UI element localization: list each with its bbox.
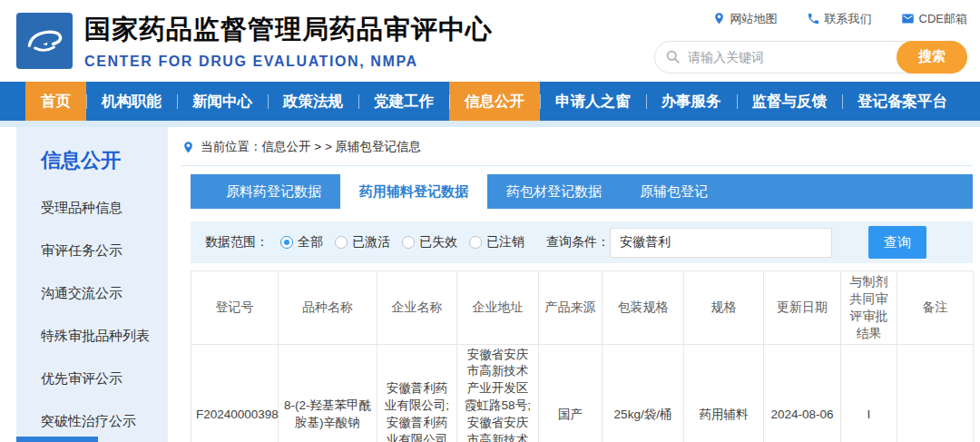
radio-icon[interactable] xyxy=(402,236,415,249)
tab-raw-aux-pack[interactable]: 原辅包登记 xyxy=(621,174,727,209)
sitemap-link-label: 网站地图 xyxy=(730,11,778,27)
cell-company-name: 安徽普利药业有限公司;安徽普利药业有限公司 xyxy=(377,344,457,442)
nav-item-services[interactable]: 办事服务 xyxy=(646,82,737,121)
radio-cancelled-label: 已注销 xyxy=(486,234,524,250)
tab-packaging-registration[interactable]: 药包材登记数据 xyxy=(487,174,621,209)
nav-item-home[interactable]: 首页 xyxy=(25,82,86,121)
nav-item-applicant-window[interactable]: 申请人之窗 xyxy=(540,82,646,121)
col-header-update-date: 更新日期 xyxy=(764,271,841,345)
contact-link-label: 联系我们 xyxy=(825,11,872,27)
site-subtitle: CENTER FOR DRUG EVALUATION, NMPA xyxy=(84,54,493,70)
header-search-button[interactable]: 搜索 xyxy=(897,41,967,74)
title-block: 国家药品监督管理局药品审评中心 CENTER FOR DRUG EVALUATI… xyxy=(84,12,493,70)
location-pin-icon xyxy=(181,141,195,154)
header-search: 搜索 xyxy=(654,41,967,74)
col-header-remark: 备注 xyxy=(897,271,974,345)
cell-package-spec: 25kg/袋/桶 xyxy=(603,344,684,442)
sidebar-item-special-approval[interactable]: 特殊审批品种列表 xyxy=(41,328,168,345)
col-header-origin: 产品来源 xyxy=(539,271,603,345)
contact-link[interactable]: 联系我们 xyxy=(807,11,872,27)
query-condition-input[interactable] xyxy=(610,228,832,258)
site-title: 国家药品监督管理局药品审评中心 xyxy=(84,12,493,48)
radio-selected-icon[interactable] xyxy=(280,236,293,249)
tab-api-registration[interactable]: 原料药登记数据 xyxy=(207,174,340,209)
nav-item-party[interactable]: 党建工作 xyxy=(358,82,449,121)
radio-option-activated[interactable]: 已激活 xyxy=(335,234,390,250)
sidebar-item-breakthrough-therapy[interactable]: 突破性治疗公示 xyxy=(41,413,168,430)
nav-item-policy[interactable]: 政策法规 xyxy=(268,82,358,121)
radio-all-label: 全部 xyxy=(298,234,323,250)
main-nav: 首页 机构职能 新闻中心 政策法规 党建工作 信息公开 申请人之窗 办事服务 监… xyxy=(0,82,980,121)
nav-item-news[interactable]: 新闻中心 xyxy=(177,82,268,121)
query-button[interactable]: 查询 xyxy=(868,226,926,259)
cell-update-date: 2024-08-06 xyxy=(764,344,841,442)
col-header-company-address: 企业地址 xyxy=(457,271,539,345)
sidebar-item-priority-review[interactable]: 优先审评公示 xyxy=(41,370,168,388)
cell-spec: 药用辅料 xyxy=(684,344,764,442)
cell-product-name: 8-(2-羟基苯甲酰胺基)辛酸钠 xyxy=(279,344,377,442)
filter-bar: 数据范围： 全部 已激活 已失效 已注销 查询条件： 查询 xyxy=(191,221,973,263)
col-header-company-name: 企业名称 xyxy=(377,271,457,345)
radio-icon[interactable] xyxy=(469,236,482,249)
cde-mail-link-label: CDE邮箱 xyxy=(919,11,967,27)
tab-excipient-registration[interactable]: 药用辅料登记数据 xyxy=(340,174,487,209)
nav-bottom-strip xyxy=(0,121,980,127)
sitemap-link[interactable]: 网站地图 xyxy=(712,11,778,27)
col-header-package-spec: 包装规格 xyxy=(603,271,684,345)
phone-icon xyxy=(807,12,820,25)
cell-origin: 国产 xyxy=(539,344,603,442)
cde-mail-link[interactable]: CDE邮箱 xyxy=(901,11,967,27)
nav-item-registration-platform[interactable]: 登记备案平台 xyxy=(842,82,963,121)
cell-company-address: 安徽省安庆市高新技术产业开发区霞虹路58号;安徽省安庆市高新技术产业开发区霞虹路… xyxy=(457,344,539,442)
radio-icon[interactable] xyxy=(335,236,348,249)
map-pin-icon xyxy=(712,12,726,25)
sidebar-item-review-tasks[interactable]: 审评任务公示 xyxy=(41,242,168,260)
col-header-product-name: 品种名称 xyxy=(279,271,377,345)
radio-expired-label: 已失效 xyxy=(419,234,457,250)
table-header-row: 登记号 品种名称 企业名称 企业地址 产品来源 包装规格 规格 更新日期 与制剂… xyxy=(191,271,974,345)
site-header: 国家药品监督管理局药品审评中心 CENTER FOR DRUG EVALUATI… xyxy=(0,0,980,82)
nav-item-functions[interactable]: 机构职能 xyxy=(86,82,177,121)
sidebar-scroll-indicator xyxy=(16,437,98,442)
col-header-spec: 规格 xyxy=(684,271,764,345)
cde-swoosh-icon xyxy=(19,15,70,66)
cell-remark xyxy=(897,344,974,442)
radio-option-expired[interactable]: 已失效 xyxy=(402,234,457,250)
sidebar-title: 信息公开 xyxy=(41,147,168,174)
registration-data-table: 登记号 品种名称 企业名称 企业地址 产品来源 包装规格 规格 更新日期 与制剂… xyxy=(191,270,974,442)
header-right: 网站地图 联系我们 CDE邮箱 搜索 xyxy=(654,9,967,74)
quick-links: 网站地图 联系我们 CDE邮箱 xyxy=(654,11,967,27)
tab-bar: 原料药登记数据 药用辅料登记数据 药包材登记数据 原辅包登记 xyxy=(191,174,973,209)
breadcrumb-divider xyxy=(181,165,973,166)
col-header-joint-review: 与制剂共同审评审批结果 xyxy=(841,271,897,345)
radio-option-cancelled[interactable]: 已注销 xyxy=(469,234,524,250)
cde-logo xyxy=(16,13,73,69)
cell-joint-review-result: I xyxy=(841,344,897,442)
breadcrumb: 当前位置：信息公开 > > 原辅包登记信息 xyxy=(181,127,973,155)
sidebar-item-accepted-products[interactable]: 受理品种信息 xyxy=(41,200,168,217)
query-condition-label: 查询条件： xyxy=(546,234,610,250)
envelope-icon xyxy=(901,12,915,25)
radio-activated-label: 已激活 xyxy=(352,234,390,250)
sidebar: 信息公开 受理品种信息 审评任务公示 沟通交流公示 特殊审批品种列表 优先审评公… xyxy=(16,127,168,442)
cell-reg-no: F20240000398 xyxy=(191,344,279,442)
radio-option-all[interactable]: 全部 xyxy=(280,234,323,250)
breadcrumb-text: 当前位置：信息公开 > > 原辅包登记信息 xyxy=(201,139,421,155)
col-header-reg-no: 登记号 xyxy=(191,271,279,345)
search-icon xyxy=(665,49,681,64)
sidebar-item-communication[interactable]: 沟通交流公示 xyxy=(41,285,168,302)
table-row: F20240000398 8-(2-羟基苯甲酰胺基)辛酸钠 安徽普利药业有限公司… xyxy=(191,344,974,442)
scope-label: 数据范围： xyxy=(205,234,269,250)
page-body: 信息公开 受理品种信息 审评任务公示 沟通交流公示 特殊审批品种列表 优先审评公… xyxy=(0,127,980,442)
nav-item-info-disclosure[interactable]: 信息公开 xyxy=(449,82,540,121)
nav-item-supervision[interactable]: 监督与反馈 xyxy=(737,82,843,121)
main-content: 当前位置：信息公开 > > 原辅包登记信息 原料药登记数据 药用辅料登记数据 药… xyxy=(181,127,973,442)
